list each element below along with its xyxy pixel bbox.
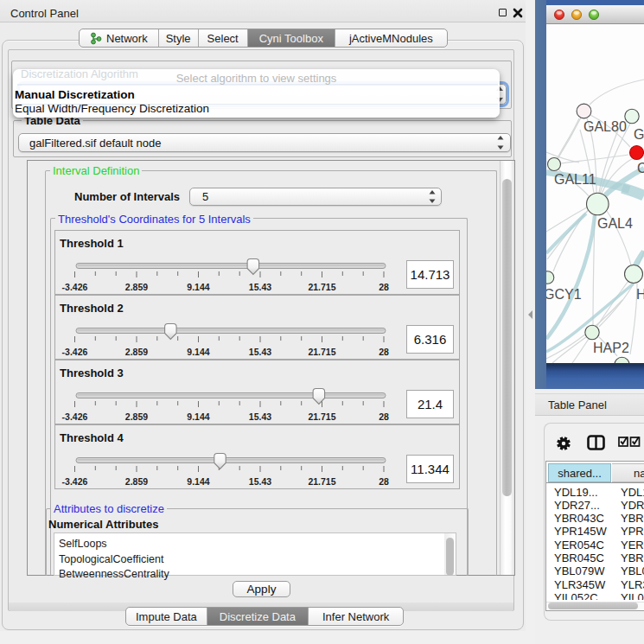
- svg-text:15.43: 15.43: [249, 347, 271, 357]
- svg-text:HAP2: HAP2: [593, 341, 629, 355]
- svg-text:GA: GA: [634, 127, 644, 142]
- svg-text:21.715: 21.715: [308, 282, 335, 292]
- svg-text:28: 28: [379, 411, 389, 422]
- svg-text:9.144: 9.144: [187, 282, 209, 292]
- svg-text:21.715: 21.715: [308, 476, 335, 487]
- svg-text:GAL80: GAL80: [583, 119, 627, 134]
- svg-text:28: 28: [379, 347, 389, 357]
- svg-text:9.144: 9.144: [187, 411, 209, 422]
- svg-text:2.859: 2.859: [125, 411, 148, 422]
- svg-text:21.715: 21.715: [308, 411, 335, 422]
- svg-text:-3.426: -3.426: [62, 411, 88, 422]
- svg-text:2.859: 2.859: [125, 347, 148, 357]
- svg-text:15.43: 15.43: [249, 282, 271, 292]
- svg-text:2.859: 2.859: [125, 476, 148, 487]
- svg-text:-3.426: -3.426: [62, 476, 88, 487]
- svg-text:GAL4: GAL4: [597, 216, 633, 231]
- svg-text:-3.426: -3.426: [62, 282, 88, 292]
- svg-text:9.144: 9.144: [187, 476, 209, 487]
- svg-text:15.43: 15.43: [249, 411, 271, 422]
- svg-text:15.43: 15.43: [249, 476, 271, 487]
- svg-text:21.715: 21.715: [308, 347, 335, 357]
- svg-text:H: H: [636, 287, 644, 302]
- svg-text:C: C: [637, 161, 644, 175]
- svg-text:2.859: 2.859: [125, 282, 148, 292]
- svg-text:GCY1: GCY1: [546, 287, 582, 302]
- svg-text:-3.426: -3.426: [62, 347, 88, 357]
- svg-text:28: 28: [379, 282, 389, 292]
- svg-text:9.144: 9.144: [187, 347, 209, 357]
- svg-text:GAL11: GAL11: [554, 172, 596, 187]
- svg-text:28: 28: [379, 476, 389, 487]
